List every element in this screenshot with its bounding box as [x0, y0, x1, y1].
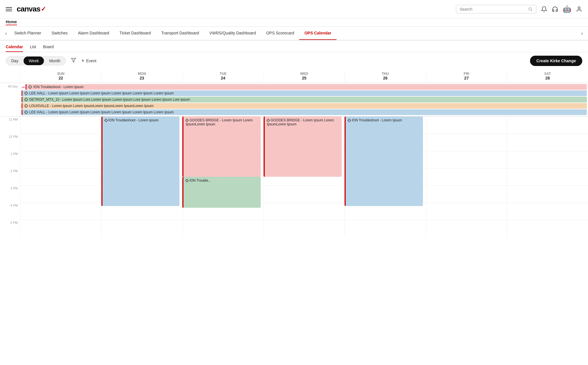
diamond-icon	[24, 110, 28, 114]
day-header-tue: TUE 24	[182, 69, 264, 83]
nav-item-vwrs[interactable]: VWRS/Quality Dashboard	[204, 27, 261, 40]
cell-fri-12	[426, 134, 507, 151]
allday-event-5[interactable]: LEE HALL - Lorem Ipsum Lorem Ipsum Lorem…	[22, 109, 587, 115]
cell-sat-11	[507, 117, 588, 134]
cell-wed-3	[264, 185, 345, 203]
toolbar-left: Day Week Month + Event	[6, 56, 96, 66]
day-header-sun: SUN 22	[20, 69, 101, 83]
view-month-button[interactable]: Month	[44, 57, 65, 65]
hour-11am: 11 AM	[0, 117, 20, 134]
day-label: THU	[345, 72, 426, 76]
home-bar: Home	[0, 18, 588, 27]
nav-item-ops-calendar[interactable]: OPS Calendar	[299, 27, 336, 40]
search-input[interactable]	[460, 7, 526, 11]
cell-sat-4	[507, 203, 588, 220]
day-header-wed: WED 25	[264, 69, 345, 83]
calendar-header: SUN 22 MON 23 TUE 24 WED 25 THU 26 FRI 2…	[0, 69, 588, 83]
hamburger-button[interactable]	[6, 7, 12, 11]
day-label: FRI	[426, 72, 507, 76]
time-gutter-header	[0, 69, 20, 83]
allday-event-4[interactable]: LOUISVILLE - Lorem Ipsum Lorem IpsumLore…	[22, 103, 587, 109]
cell-sun-12	[20, 134, 101, 151]
notifications-button[interactable]	[541, 6, 547, 12]
nav-prev-button[interactable]: ‹	[3, 30, 9, 36]
cell-sat-5	[507, 220, 588, 237]
nav-next-button[interactable]: ›	[579, 30, 585, 36]
tab-board[interactable]: Board	[43, 43, 54, 52]
cell-sun-1	[20, 151, 101, 168]
day-num: 24	[183, 76, 264, 80]
hour-1pm: 1 PM	[0, 151, 20, 168]
filter-button[interactable]	[69, 56, 78, 66]
cell-sun-5	[20, 220, 101, 237]
day-header-mon: MON 23	[101, 69, 183, 83]
nav-bar: ‹ Switch Planner Switches Alarm Dashboar…	[0, 27, 588, 40]
cell-sun-3	[20, 185, 101, 203]
tab-list[interactable]: List	[30, 43, 36, 52]
cell-mon-5	[101, 220, 183, 237]
event-label: Event	[86, 59, 96, 63]
robot-button[interactable]: 🤖	[563, 5, 571, 13]
nav-items: Switch Planner Switches Alarm Dashboard …	[9, 27, 579, 40]
header-right: 🤖	[456, 5, 582, 13]
hour-12pm: 12 PM	[0, 134, 20, 151]
view-week-button[interactable]: Week	[24, 57, 44, 65]
cell-fri-11	[426, 117, 507, 134]
nav-item-switches[interactable]: Switches	[46, 27, 73, 40]
day-label: WED	[264, 72, 345, 76]
timed-event-te1[interactable]: ION Troubleshoot - Lorem Ipsum	[101, 117, 180, 206]
calendar: SUN 22 MON 23 TUE 24 WED 25 THU 26 FRI 2…	[0, 69, 588, 237]
nav-item-ticket-dashboard[interactable]: Ticket Dashboard	[114, 27, 156, 40]
nav-item-switch-planner[interactable]: Switch Planner	[9, 27, 46, 40]
hour-3pm: 3 PM	[0, 185, 20, 203]
day-header-fri: FRI 27	[426, 69, 507, 83]
sub-tabs: Calendar List Board	[0, 40, 588, 52]
allday-event-1[interactable]: ION Troubleshoot - Lorem Ipsum	[26, 84, 587, 90]
create-kirke-change-button[interactable]: Create Kirke Change	[530, 56, 582, 66]
diamond-icon	[24, 104, 28, 108]
day-label: SUN	[20, 72, 101, 76]
nav-item-alarm-dashboard[interactable]: Alarm Dashboard	[73, 27, 114, 40]
cell-fri-1	[426, 151, 507, 168]
timed-event-te2[interactable]: GOODES BRIDGE - Lorem Ipsum Lorem IpsumL…	[182, 117, 261, 177]
view-day-button[interactable]: Day	[6, 57, 24, 65]
add-event-button[interactable]: + Event	[81, 58, 96, 64]
headset-button[interactable]	[552, 6, 558, 12]
view-toggle: Day Week Month	[6, 56, 66, 65]
allday-event-text: DETROIT_MTX_10 - Lorem Ipsum Lore Lorem …	[29, 98, 190, 102]
svg-point-0	[529, 7, 532, 10]
nav-item-transport-dashboard[interactable]: Transport Dashboard	[156, 27, 204, 40]
nav-item-ops-scorecard[interactable]: OPS Scorecard	[261, 27, 299, 40]
diamond-icon	[24, 98, 28, 102]
hour-5pm: 5 PM	[0, 220, 20, 237]
svg-line-1	[531, 10, 532, 11]
cell-sat-1	[507, 151, 588, 168]
cell-sat-2	[507, 168, 588, 185]
cell-fri-2	[426, 168, 507, 185]
svg-marker-3	[71, 58, 76, 62]
allday-event-3[interactable]: DETROIT_MTX_10 - Lorem Ipsum Lore Lorem …	[22, 97, 587, 102]
cell-sun-11	[20, 117, 101, 134]
allday-event-text: ION Troubleshoot - Lorem Ipsum	[33, 85, 84, 89]
allday-event-2[interactable]: LEE HALL - Lorem Ipsum Lorem Ipsum Lorem…	[22, 90, 587, 96]
day-label: MON	[102, 72, 183, 76]
day-num: 26	[345, 76, 426, 80]
day-num: 25	[264, 76, 345, 80]
timed-event-te4[interactable]: ION Troubleshoot - Lorem Ipsum	[345, 117, 423, 206]
day-label: SAT	[507, 72, 588, 76]
hour-2pm: 2 PM	[0, 168, 20, 185]
home-label[interactable]: Home	[6, 20, 17, 25]
timed-event-te3[interactable]: GOODES BRIDGE - Lorem Ipsum Lorem IpsumL…	[264, 117, 342, 177]
search-box[interactable]	[456, 5, 536, 13]
tab-calendar[interactable]: Calendar	[6, 43, 23, 52]
time-grid: 11 AM 12 PM 1 PM	[0, 117, 588, 237]
logo-text: canvas	[17, 5, 40, 13]
allday-label: All Day	[0, 83, 20, 116]
user-button[interactable]	[576, 6, 582, 12]
allday-event-text: LEE HALL - Lorem Ipsum Lorem Ipsum Lorem…	[29, 110, 174, 114]
cell-sat-12	[507, 134, 588, 151]
logo: canvas✓	[17, 5, 46, 13]
timed-event-te5[interactable]: ION Trouble...	[182, 177, 261, 208]
filter-icon	[71, 58, 76, 63]
diamond-icon	[24, 91, 28, 95]
